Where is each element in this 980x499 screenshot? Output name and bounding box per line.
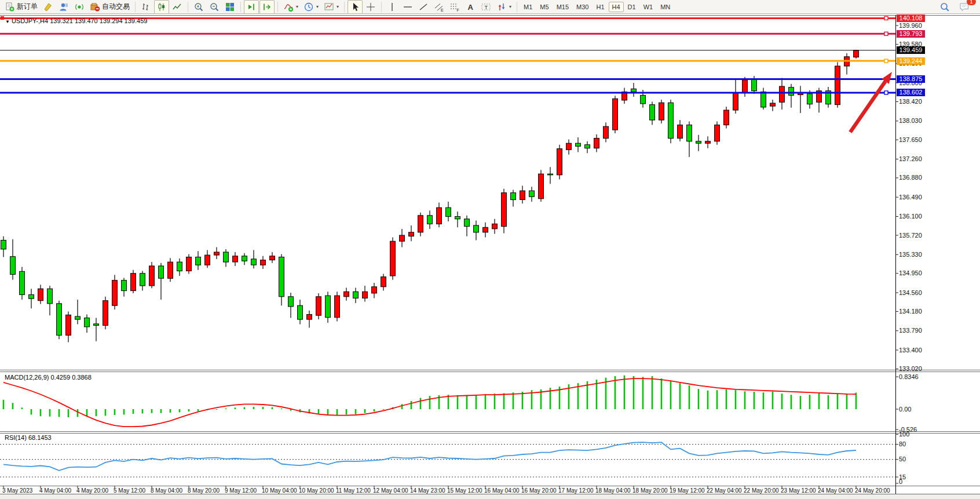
text-button[interactable]: A	[463, 0, 478, 14]
price-tick-label: 134.180	[899, 308, 922, 315]
time-label: 16 May 20:00	[521, 487, 557, 494]
broadcast-button[interactable]	[72, 0, 87, 14]
candles-icon	[156, 2, 167, 12]
time-label: 5 May 12:00	[114, 487, 145, 494]
search-button[interactable]	[937, 0, 952, 14]
toolbar-separator	[240, 2, 241, 12]
arrows-button[interactable]: ▾	[494, 0, 514, 14]
price-tick-label: 134.950	[899, 269, 922, 276]
timeframe-D1[interactable]: D1	[624, 2, 639, 12]
fibonacci-button[interactable]: F	[447, 0, 462, 14]
autoscroll-icon	[246, 2, 257, 12]
price-badge-139.793: 139.793	[897, 30, 925, 38]
price-tick-label: 133.020	[899, 365, 922, 372]
rsi-tick-label: 100	[899, 431, 909, 438]
price-tick-label: 138.030	[899, 117, 922, 124]
price-badge-140.108: 140.108	[897, 14, 925, 22]
vertical-line-button[interactable]	[385, 0, 400, 14]
bars-icon	[141, 2, 151, 12]
toolbar-separator	[135, 2, 136, 12]
price-tick-label: 139.960	[899, 22, 922, 29]
cursor-icon	[350, 2, 360, 12]
toolbar-separator	[381, 2, 382, 12]
time-label: 17 May 12:00	[558, 487, 594, 494]
candlestick-chart-button[interactable]	[154, 0, 169, 14]
price-tick-label: 133.790	[899, 327, 922, 334]
rsi-tick-label: 50	[899, 456, 906, 462]
auto-scroll-button[interactable]	[244, 0, 259, 14]
crosshair-icon	[365, 2, 376, 12]
chart-shift-button[interactable]	[259, 0, 275, 14]
zoom-in-icon	[193, 2, 204, 12]
hline-icon	[403, 2, 413, 12]
line-left-handle[interactable]	[1, 16, 4, 20]
chevron-down-icon: ▾	[337, 4, 339, 9]
crosshair-button[interactable]	[363, 0, 378, 14]
chevron-down-icon: ▾	[316, 4, 319, 9]
templates-button[interactable]: ▾	[321, 0, 341, 14]
chart-canvas[interactable]	[0, 0, 980, 499]
tile-windows-button[interactable]	[222, 0, 237, 14]
trendline-button[interactable]	[416, 0, 431, 14]
timeframe-H4[interactable]: H4	[609, 2, 624, 12]
hline-handle[interactable]	[884, 59, 888, 63]
autotrading-button[interactable]: 自动交易	[87, 0, 132, 14]
text-label-button[interactable]: T	[478, 0, 493, 14]
textlabel-icon: T	[481, 2, 491, 12]
time-label: 18 May 20:00	[632, 487, 668, 494]
price-badge-138.875: 138.875	[897, 75, 925, 83]
timeframe-M15[interactable]: M15	[553, 2, 572, 12]
bar-chart-button[interactable]	[138, 0, 153, 14]
autotrading-button-label: 自动交易	[102, 2, 130, 12]
svg-text:E: E	[441, 8, 444, 12]
time-label: 10 May 20:00	[299, 487, 334, 494]
time-label: 16 May 04:00	[484, 487, 520, 494]
time-label: 8 May 20:00	[188, 487, 220, 494]
arrows-icon	[496, 2, 507, 12]
chart-title-collapse-icon[interactable]: ▼	[5, 19, 10, 24]
hline-handle[interactable]	[884, 91, 888, 94]
timeframe-M1[interactable]: M1	[520, 2, 536, 12]
time-label: 22 May 20:00	[744, 487, 779, 494]
styler-button[interactable]	[41, 0, 56, 14]
price-tick-label: 136.490	[899, 194, 922, 201]
chat-button[interactable]: 1	[957, 0, 972, 14]
periods-button[interactable]: ▾	[301, 0, 321, 14]
price-tick-label: 137.260	[899, 155, 922, 162]
zoom-out-button[interactable]	[207, 0, 222, 14]
profile-button[interactable]	[56, 0, 71, 14]
tiles-icon	[225, 2, 235, 12]
vline-icon	[387, 2, 397, 12]
linechart-icon	[172, 2, 182, 12]
time-label: 4 May 04:00	[39, 487, 71, 494]
zoom-in-button[interactable]	[191, 0, 206, 14]
hline-handle[interactable]	[884, 16, 888, 20]
timeframe-W1[interactable]: W1	[640, 2, 657, 12]
line-chart-button[interactable]	[170, 0, 185, 14]
timeframe-M5[interactable]: M5	[536, 2, 552, 12]
channel-button[interactable]: E	[432, 0, 447, 14]
hline-handle[interactable]	[884, 32, 888, 35]
text-icon: A	[465, 2, 476, 12]
time-label: 24 May 04:00	[818, 487, 853, 494]
indicators-icon	[283, 2, 294, 12]
macd-indicator-label: MACD(12,26,9) 0.4259 0.3868	[5, 374, 92, 381]
cursor-button[interactable]	[348, 0, 363, 14]
timeframe-MN[interactable]: MN	[657, 2, 674, 12]
new-order-button[interactable]: 新订单	[2, 0, 40, 14]
price-tick-label: 134.560	[899, 289, 922, 296]
indicators-button[interactable]: ▾	[281, 0, 301, 14]
main-toolbar: 新订单自动交易▾▾▾EFAT▾M1M5M15M30H1H4D1W1MN1	[0, 0, 980, 14]
timeframe-H1[interactable]: H1	[593, 2, 608, 12]
profile-icon	[58, 2, 69, 12]
search-icon	[939, 2, 950, 12]
chart-window[interactable]: ▼USDJPY-,H4 139.321 139.470 139.294 139.…	[0, 0, 980, 499]
toolbar-separator	[344, 2, 345, 12]
price-tick-label: 136.880	[899, 174, 922, 181]
zoom-out-icon	[209, 2, 220, 12]
time-label: 18 May 04:00	[595, 487, 631, 494]
rsi-indicator-label: RSI(14) 68.1453	[5, 434, 52, 441]
price-tick-label: 133.400	[899, 347, 922, 354]
horizontal-line-button[interactable]	[400, 0, 415, 14]
timeframe-M30[interactable]: M30	[573, 2, 592, 12]
